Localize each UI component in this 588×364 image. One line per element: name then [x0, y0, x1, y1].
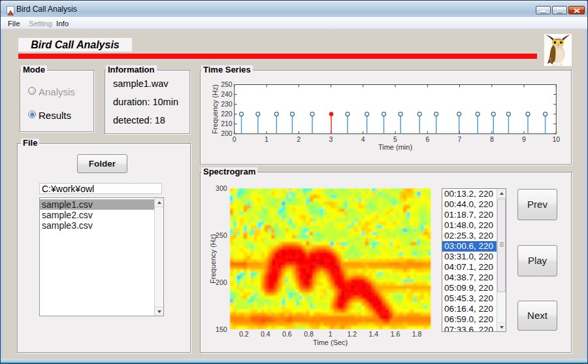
svg-text:200: 200 [221, 129, 233, 137]
svg-text:Time (min): Time (min) [378, 143, 412, 151]
svg-text:150: 150 [216, 325, 227, 333]
svg-text:240: 240 [221, 90, 233, 98]
svg-text:7: 7 [458, 135, 462, 143]
svg-text:1.2: 1.2 [347, 330, 357, 338]
svg-text:10: 10 [552, 135, 560, 143]
svg-text:250: 250 [221, 80, 233, 88]
svg-text:1: 1 [265, 135, 269, 143]
svg-text:0.8: 0.8 [304, 330, 314, 338]
svg-text:5: 5 [393, 135, 397, 143]
svg-text:3: 3 [329, 135, 333, 143]
svg-text:300: 300 [216, 184, 227, 192]
svg-text:8: 8 [490, 135, 494, 143]
svg-text:210: 210 [221, 120, 233, 127]
svg-text:6: 6 [425, 135, 429, 143]
svg-text:0.2: 0.2 [239, 330, 249, 338]
svg-text:230: 230 [221, 100, 233, 108]
svg-text:0.6: 0.6 [282, 330, 292, 338]
svg-text:200: 200 [216, 278, 227, 286]
svg-text:Time (Sec): Time (Sec) [313, 339, 348, 346]
svg-text:Frequency (Hz): Frequency (Hz) [211, 84, 219, 134]
svg-text:1.4: 1.4 [369, 330, 379, 338]
svg-text:2: 2 [297, 135, 301, 143]
svg-text:250: 250 [216, 231, 227, 239]
svg-text:4: 4 [361, 135, 365, 143]
svg-text:1.6: 1.6 [391, 330, 400, 338]
svg-text:9: 9 [522, 135, 526, 143]
svg-text:220: 220 [221, 110, 233, 118]
svg-text:Frequency (Hz): Frequency (Hz) [209, 234, 217, 284]
svg-text:1.8: 1.8 [412, 330, 422, 338]
svg-text:1: 1 [329, 330, 333, 338]
svg-text:0.4: 0.4 [261, 330, 270, 338]
svg-text:0: 0 [233, 135, 237, 143]
